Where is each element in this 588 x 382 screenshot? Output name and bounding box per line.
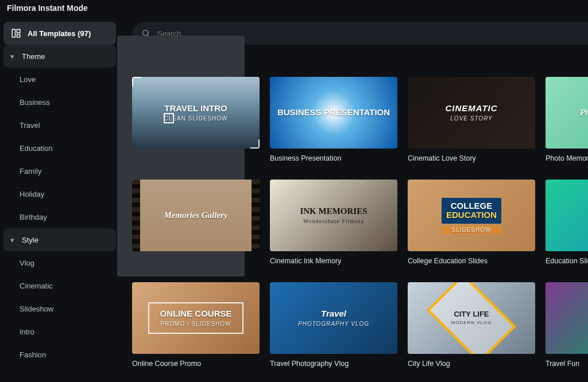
template-thumbnail[interactable]: COLLEGEEDUCATIONSLIDESHOW <box>408 180 535 251</box>
sidebar-item-birthday[interactable]: Birthday <box>3 205 116 228</box>
sidebar-item-label: Vlog <box>20 259 34 267</box>
template-card[interactable]: CINEMATICLOVE STORYCinematic Love Story <box>408 77 535 162</box>
sidebar-item-cinematic[interactable]: Cinematic <box>3 274 116 297</box>
thumb-main-text: CINEMATIC <box>445 104 497 114</box>
sidebar-item-education[interactable]: Education <box>3 137 116 159</box>
sidebar-item-label: Education <box>20 144 53 153</box>
sidebar-item-travel[interactable]: Travel <box>3 114 116 137</box>
template-grid: TRAVEL INTROCLEAN SLIDESHOWClean Travel … <box>132 77 588 368</box>
thumb-main-text: Memories Gallery <box>164 211 227 220</box>
sidebar-item-label: Cinematic <box>20 282 53 290</box>
svg-rect-1 <box>17 29 20 33</box>
sidebar-item-label: Slideshow <box>20 305 53 313</box>
template-card[interactable]: BUSINESS PRESENTATIONBusiness Presentati… <box>270 77 397 162</box>
template-title: Travel Fun <box>546 360 588 368</box>
template-title: Photo Memories <box>546 154 588 162</box>
template-thumbnail[interactable] <box>546 282 588 354</box>
thumb-main-text: BUSINESS PRESENTATION <box>277 108 390 118</box>
template-thumbnail[interactable]: ONLINE COURSEPROMO / SLIDESHOW <box>132 282 260 354</box>
sidebar-item-label: Family <box>20 167 41 176</box>
thumb-sub-text: Wondershare Filmora <box>300 218 367 224</box>
sidebar-item-label: Love <box>20 75 36 84</box>
sidebar-item-slideshow[interactable]: Slideshow <box>3 297 116 320</box>
template-thumbnail[interactable]: INK MEMORIESWondershare Filmora <box>270 180 397 251</box>
template-title: Online Course Promo <box>132 360 260 368</box>
sidebar-group-style[interactable]: ▾Style <box>3 228 116 251</box>
template-card[interactable]: ONLINE COURSEPROMO / SLIDESHOWOnline Cou… <box>132 282 260 368</box>
sidebar-item-intro[interactable]: Intro <box>3 320 116 343</box>
sidebar-item-love[interactable]: Love <box>3 68 116 91</box>
template-card[interactable]: Education SlidesPhoto/SlideshowEducation… <box>546 180 588 265</box>
sidebar-item-label: Birthday <box>20 213 47 221</box>
svg-rect-0 <box>12 29 15 37</box>
template-title: Travel Photography Vlog <box>270 360 397 368</box>
sidebar: All Templates (97) ▾ThemeLoveBusinessTra… <box>0 18 121 382</box>
template-thumbnail[interactable]: CITY LIFEMODERN VLOG <box>408 282 535 354</box>
sidebar-group-theme[interactable]: ▾Theme <box>3 45 116 68</box>
thumb-sub-text: PHOTOGRAPHY VLOG <box>298 321 369 327</box>
svg-rect-2 <box>17 34 20 37</box>
sidebar-item-business[interactable]: Business <box>3 91 116 114</box>
sidebar-item-family[interactable]: Family <box>3 159 116 182</box>
template-thumbnail[interactable]: BUSINESS PRESENTATION <box>270 77 397 149</box>
template-thumbnail[interactable]: TRAVEL INTROCLEAN SLIDESHOW <box>132 77 260 149</box>
template-card[interactable]: INK MEMORIESWondershare FilmoraCinematic… <box>270 180 397 265</box>
sidebar-scrollbar[interactable] <box>117 24 121 377</box>
thumb-main-text: INK MEMORIES <box>300 206 367 216</box>
sidebar-group-label: Theme <box>22 52 45 61</box>
sidebar-item-label: Holiday <box>20 190 44 198</box>
thumb-sub-text: LOVE STORY <box>445 115 497 122</box>
sidebar-item-holiday[interactable]: Holiday <box>3 182 116 205</box>
sidebar-item-label: Fashion <box>20 350 46 359</box>
template-thumbnail[interactable]: Photo Memories <box>546 77 588 149</box>
template-title: Cinematic Ink Memory <box>270 257 397 265</box>
template-title: Cinematic Love Story <box>408 154 535 162</box>
sidebar-item-label: Business <box>20 98 50 107</box>
sidebar-item-label: Intro <box>20 328 34 336</box>
template-card[interactable]: CITY LIFEMODERN VLOGCity Life Vlog <box>408 282 535 368</box>
thumb-main-text: Travel <box>298 309 369 319</box>
thumb-sub-text: CLEAN SLIDESHOW <box>164 115 227 122</box>
template-thumbnail[interactable]: CINEMATICLOVE STORY <box>408 77 535 149</box>
sidebar-item-vlog[interactable]: Vlog <box>3 251 116 274</box>
template-thumbnail[interactable]: TravelPHOTOGRAPHY VLOG <box>270 282 397 354</box>
sidebar-item-label: Travel <box>20 121 40 130</box>
templates-icon <box>10 28 22 39</box>
template-title: College Education Slides <box>408 257 535 265</box>
thumb-main-text: Photo Memories <box>580 108 588 118</box>
chevron-down-icon: ▾ <box>10 236 17 244</box>
template-card[interactable]: Photo MemoriesPhoto Memories <box>546 77 588 162</box>
svg-point-3 <box>143 30 148 36</box>
template-title: Education Slides <box>546 257 588 265</box>
sidebar-all-templates[interactable]: All Templates (97) <box>3 22 116 45</box>
template-card[interactable]: COLLEGEEDUCATIONSLIDESHOWCollege Educati… <box>408 180 535 265</box>
template-title: Business Presentation <box>270 154 397 162</box>
template-card[interactable]: Travel Fun <box>546 282 588 368</box>
thumb-main-text: TRAVEL INTRO <box>164 104 227 114</box>
sidebar-item-fashion[interactable]: Fashion <box>3 343 116 366</box>
template-title: City Life Vlog <box>408 360 535 368</box>
sidebar-all-label: All Templates (97) <box>28 29 91 38</box>
chevron-down-icon: ▾ <box>10 52 17 61</box>
app-title: Filmora Instant Mode <box>0 0 588 18</box>
sidebar-group-label: Style <box>22 236 38 244</box>
template-card[interactable]: TravelPHOTOGRAPHY VLOGTravel Photography… <box>270 282 397 368</box>
template-thumbnail[interactable]: Memories Gallery <box>132 180 260 251</box>
template-thumbnail[interactable]: Education SlidesPhoto/Slideshow <box>546 180 588 251</box>
